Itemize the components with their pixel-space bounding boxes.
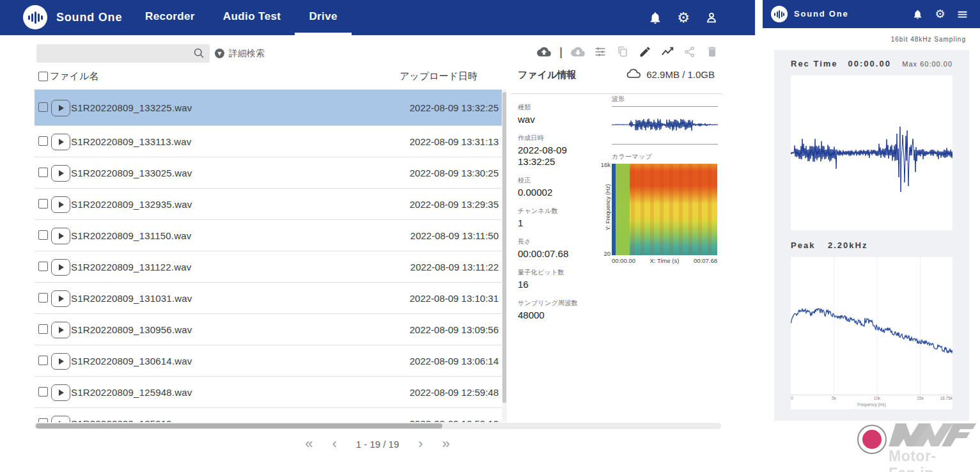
play-button[interactable] [51,100,70,116]
row-checkbox[interactable] [38,230,48,240]
table-row[interactable]: S1R20220809_131150.wav 2022-08-09 13:11:… [35,220,502,251]
notifications-bell-icon[interactable] [648,10,663,26]
row-checkbox[interactable] [38,387,48,397]
row-checkbox[interactable] [38,199,48,208]
delete-trash-icon[interactable] [705,45,719,59]
cloud-upload-icon[interactable] [537,45,551,59]
edit-pencil-icon[interactable] [638,45,652,59]
play-button[interactable] [51,322,70,338]
spectrogram-x-axis: 00:00.00 X: Time (s) 00:07.68 [612,257,717,264]
frequency-tick-label: 15k [917,396,923,400]
select-all-checkbox[interactable] [38,72,48,81]
upload-date: 2022-08-09 13:31:13 [410,136,499,147]
upload-date: 2022-08-09 13:30:25 [410,168,499,178]
peak-value: 2.20kHz [828,240,867,250]
trend-chart-icon[interactable] [660,45,674,59]
row-checkbox[interactable] [38,262,48,271]
play-button[interactable] [51,165,70,182]
file-info-fields: 種類 wav 作成日時 2022-08-09 13:32:25 校正 0.000… [518,95,609,321]
record-circle-icon [857,425,887,454]
search-box [36,44,210,63]
play-button[interactable] [51,134,70,150]
file-name: S1R20220809_130956.wav [71,324,192,335]
play-button[interactable] [51,384,70,401]
rec-max-label: Max 60:00.00 [902,60,953,68]
row-checkbox[interactable] [38,136,48,146]
last-page-button[interactable]: » [442,437,450,451]
field-value: wav [518,114,609,125]
upload-date: 2022-08-09 12:59:48 [410,387,499,398]
table-row[interactable]: S1R20220809_131122.wav 2022-08-09 13:11:… [35,251,502,283]
field-label: チャンネル数 [518,207,609,216]
vertical-scrollbar-thumb[interactable] [502,92,506,403]
upload-date: 2022-08-09 13:11:50 [410,230,499,241]
play-button[interactable] [51,196,70,213]
soundone-logo-icon [23,5,47,29]
row-checkbox[interactable] [38,418,48,422]
search-input[interactable] [42,44,191,64]
table-row[interactable]: S1R20220809_133225.wav 2022-08-09 13:32:… [35,90,502,126]
table-row[interactable]: S1R20220809_130956.wav 2022-08-09 13:09:… [35,314,502,345]
table-row[interactable]: S1R20220809_133025.wav 2022-08-09 13:30:… [35,157,502,189]
table-row[interactable]: S1R20220809_130614.wav 2022-08-09 13:06:… [35,345,502,377]
play-button[interactable] [51,353,70,370]
table-row[interactable]: S1R20220809_133113.wav 2022-08-09 13:31:… [35,126,502,157]
tab-drive[interactable]: Drive [295,0,352,35]
table-row[interactable]: S1R20220809_131031.wav 2022-08-09 13:10:… [35,283,502,314]
row-checkbox[interactable] [38,102,48,112]
upload-date: 2022-08-09 13:09:56 [410,324,499,335]
spectrogram-x-start: 00:00.00 [612,257,635,264]
cloud-icon [626,67,641,82]
table-row[interactable]: S1R20220809_125919.wav 2022-08-09 12:59:… [35,408,502,422]
settings-gear-icon[interactable]: ⚙ [934,8,946,20]
advanced-search-chevron-icon[interactable]: ▼ [215,49,224,58]
column-filename[interactable]: ファイル名 [50,64,98,88]
spectrogram-x-axis-label: X: Time (s) [650,257,680,264]
advanced-search-label[interactable]: 詳細検索 [229,44,265,63]
horizontal-scrollbar-thumb[interactable] [36,423,442,429]
tune-filters-icon[interactable] [593,45,607,59]
prev-page-button[interactable]: ‹ [332,437,336,451]
file-name: S1R20220809_131122.wav [71,262,191,272]
notifications-bell-icon[interactable] [912,8,924,20]
first-page-button[interactable]: « [305,437,313,451]
cloud-download-icon[interactable] [571,45,585,59]
page-range-label: 1 - 19 / 19 [356,439,400,450]
next-page-button[interactable]: › [418,437,423,451]
row-checkbox[interactable] [38,356,48,365]
table-row[interactable]: S1R20220809_125948.wav 2022-08-09 12:59:… [35,377,502,408]
mf-logo-icon [887,420,977,449]
tab-audio-test[interactable]: Audio Test [209,0,295,33]
row-checkbox[interactable] [38,293,48,303]
table-row[interactable]: S1R20220809_132935.wav 2022-08-09 13:29:… [35,189,502,220]
play-icon [59,358,64,365]
row-checkbox[interactable] [38,324,48,334]
recorder-navbar: Sound One ⚙ [763,0,980,28]
menu-hamburger-icon[interactable] [956,8,968,20]
play-button[interactable] [51,290,70,307]
row-checkbox[interactable] [38,168,48,177]
account-person-icon[interactable] [704,10,719,26]
file-name: S1R20220809_125948.wav [71,387,192,398]
tab-recorder[interactable]: Recorder [131,0,209,33]
play-button[interactable] [51,259,70,276]
file-name: S1R20220809_133225.wav [71,102,192,113]
file-info-panel: ファイル情報 62.9MB / 1.0GB 種類 wav 作成日時 2022-0… [511,64,722,422]
recording-waveform-plot [791,75,953,230]
file-name: S1R20220809_131031.wav [71,293,192,304]
upload-date: 2022-08-09 13:29:35 [410,199,499,210]
field-label: 作成日時 [518,134,609,143]
copy-icon[interactable] [616,45,630,59]
play-icon [59,264,64,271]
field-label: 長さ [518,237,609,246]
drive-main-region: Sound One Recorder Audio Test Drive ⚙ ▼ … [0,0,755,472]
play-icon [59,327,64,333]
settings-gear-icon[interactable]: ⚙ [676,10,691,26]
play-button[interactable] [51,228,70,244]
search-icon[interactable] [192,47,206,60]
share-icon[interactable] [683,45,697,59]
file-info-title: ファイル情報 [518,69,576,81]
play-button[interactable] [51,416,70,422]
upload-date: 2022-08-09 13:32:25 [410,102,499,113]
column-uploaded[interactable]: アップロード日時 [400,64,478,88]
